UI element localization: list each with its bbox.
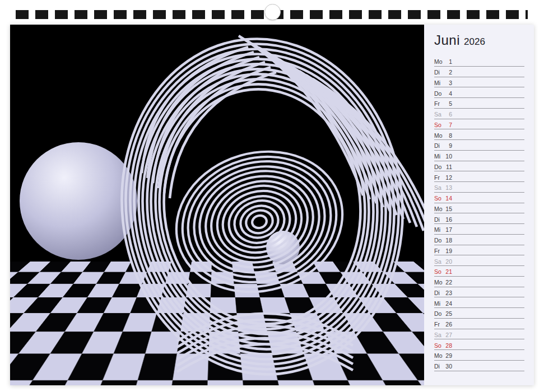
date-row: Fr19	[434, 245, 524, 256]
date-number: 2	[444, 69, 452, 76]
date-number: 9	[444, 143, 452, 149]
date-row: Sa20	[434, 255, 524, 266]
weekday-label: Di	[434, 69, 444, 76]
date-row: Sa6	[434, 109, 524, 119]
date-number: 19	[444, 248, 452, 254]
date-number: 5	[444, 101, 452, 107]
date-row: Mi3	[434, 77, 524, 88]
date-number: 4	[444, 91, 452, 97]
calendar-page: Juni 2026 Mo1Di2Mi3Do4Fr5Sa6So7Mo8Di9Mi1…	[10, 25, 534, 385]
weekday-label: Di	[434, 363, 444, 370]
date-number: 23	[444, 290, 452, 296]
date-row: Mi17	[434, 224, 524, 235]
date-row: Mo8	[434, 129, 524, 140]
weekday-label: Mo	[434, 133, 444, 139]
month-header: Juni 2026	[434, 32, 524, 55]
date-row: Sa27	[434, 329, 524, 340]
hanger-hole	[264, 4, 281, 20]
date-number: 27	[444, 332, 452, 338]
date-number: 29	[444, 353, 452, 359]
date-number: 16	[444, 217, 452, 223]
date-row: Di2	[434, 67, 524, 77]
date-row: So7	[434, 119, 524, 130]
date-row: So14	[434, 193, 524, 203]
weekday-label: Mo	[434, 353, 444, 359]
date-number: 6	[444, 111, 452, 118]
date-number: 15	[444, 206, 452, 212]
weekday-label: So	[434, 195, 444, 202]
weekday-label: Di	[434, 217, 444, 223]
date-row: Fr26	[434, 319, 524, 329]
date-number: 8	[444, 133, 452, 139]
date-row: Mi24	[434, 297, 524, 308]
date-number: 13	[444, 185, 452, 191]
date-number: 18	[444, 237, 452, 244]
date-number: 22	[444, 279, 452, 286]
date-rows: Mo1Di2Mi3Do4Fr5Sa6So7Mo8Di9Mi10Do11Fr12S…	[434, 56, 524, 371]
date-row: Di9	[434, 140, 524, 151]
date-row: Di16	[434, 213, 524, 224]
date-row: Sa13	[434, 182, 524, 193]
date-row: Di30	[434, 361, 524, 371]
date-row: Mo22	[434, 277, 524, 287]
weekday-label: Mi	[434, 301, 444, 307]
date-row: Fr12	[434, 171, 524, 182]
weekday-label: Sa	[434, 185, 444, 191]
date-number: 20	[444, 259, 452, 265]
striped-sculpture	[10, 25, 424, 385]
weekday-label: Do	[434, 91, 444, 97]
date-row: Mo15	[434, 203, 524, 214]
year-label: 2026	[464, 36, 485, 48]
weekday-label: Fr	[434, 321, 444, 328]
date-number: 25	[444, 311, 452, 317]
date-row: Mo1	[434, 56, 524, 67]
date-number: 12	[444, 175, 452, 181]
date-number: 10	[444, 153, 452, 160]
weekday-label: Fr	[434, 175, 444, 181]
date-row: Mo29	[434, 350, 524, 361]
weekday-label: Do	[434, 311, 444, 317]
weekday-label: Sa	[434, 332, 444, 338]
date-number: 1	[444, 59, 452, 65]
date-row: Fr5	[434, 98, 524, 109]
date-number: 28	[444, 343, 452, 349]
cover-art	[10, 25, 424, 385]
weekday-label: So	[434, 122, 444, 128]
date-row: Mi10	[434, 151, 524, 161]
weekday-label: Fr	[434, 248, 444, 254]
month-title: Juni	[434, 32, 460, 48]
weekday-label: Mi	[434, 153, 444, 160]
date-number: 17	[444, 227, 452, 233]
date-row: Do25	[434, 308, 524, 319]
weekday-label: Di	[434, 143, 444, 149]
date-number: 30	[444, 363, 452, 370]
weekday-label: Do	[434, 164, 444, 170]
date-number: 21	[444, 269, 452, 275]
weekday-label: Sa	[434, 259, 444, 265]
date-row: So21	[434, 266, 524, 277]
date-number: 14	[444, 195, 452, 202]
date-row: So28	[434, 339, 524, 350]
weekday-label: Mi	[434, 227, 444, 233]
date-row: Do18	[434, 235, 524, 245]
weekday-label: Fr	[434, 101, 444, 107]
weekday-label: So	[434, 269, 444, 275]
date-number: 3	[444, 80, 452, 86]
date-row: Do11	[434, 161, 524, 172]
weekday-label: So	[434, 343, 444, 349]
weekday-label: Mo	[434, 279, 444, 286]
date-number: 11	[444, 164, 452, 170]
weekday-label: Mi	[434, 80, 444, 86]
calendar-product-photo: Juni 2026 Mo1Di2Mi3Do4Fr5Sa6So7Mo8Di9Mi1…	[0, 0, 544, 392]
date-row: Do4	[434, 87, 524, 98]
date-panel: Juni 2026 Mo1Di2Mi3Do4Fr5Sa6So7Mo8Di9Mi1…	[424, 25, 534, 385]
weekday-label: Di	[434, 290, 444, 296]
weekday-label: Do	[434, 237, 444, 244]
weekday-label: Mo	[434, 206, 444, 212]
date-row: Di23	[434, 287, 524, 298]
weekday-label: Mo	[434, 59, 444, 65]
date-number: 26	[444, 321, 452, 328]
weekday-label: Sa	[434, 111, 444, 118]
date-number: 24	[444, 301, 452, 307]
date-number: 7	[444, 122, 452, 128]
